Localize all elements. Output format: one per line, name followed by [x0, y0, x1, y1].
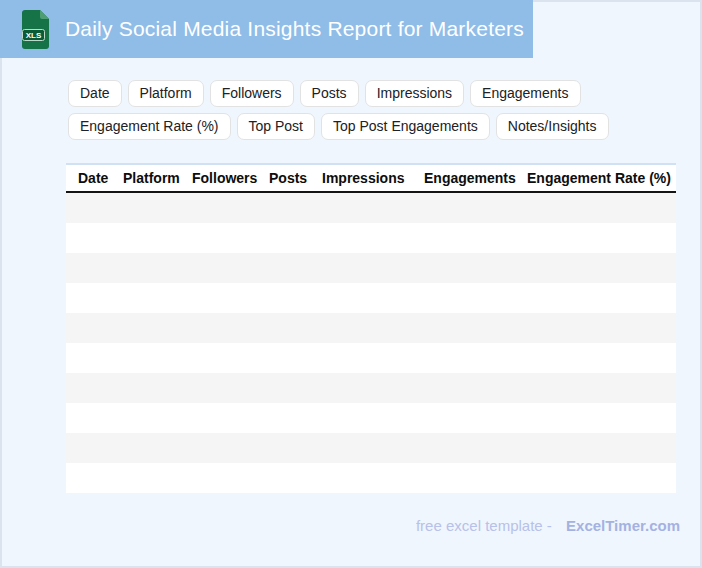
table-row [66, 463, 676, 493]
table-header-cell: Platform [111, 170, 180, 186]
insights-table: DatePlatformFollowersPostsImpressionsEng… [66, 163, 676, 493]
table-header-cell: Engagement Rate (%) [515, 170, 676, 186]
column-chip[interactable]: Followers [210, 80, 294, 107]
table-row [66, 193, 676, 223]
footer-brand-link[interactable]: ExcelTimer.com [566, 517, 680, 534]
column-chip[interactable]: Notes/Insights [496, 113, 609, 140]
table-header-cell: Engagements [412, 170, 515, 186]
footer: free excel template - ExcelTimer.com [416, 517, 680, 534]
table-header-cell: Followers [180, 170, 257, 186]
xls-icon-label: XLS [26, 31, 42, 40]
column-chip[interactable]: Platform [128, 80, 204, 107]
column-chip[interactable]: Top Post [237, 113, 315, 140]
chip-row-1: DatePlatformFollowersPostsImpressionsEng… [68, 80, 609, 107]
table-row [66, 403, 676, 433]
table-row [66, 373, 676, 403]
footer-text: free excel template - [416, 517, 552, 534]
column-chip[interactable]: Top Post Engagements [321, 113, 490, 140]
table-header-cell: Date [66, 170, 111, 186]
column-chips: DatePlatformFollowersPostsImpressionsEng… [68, 80, 609, 140]
column-chip[interactable]: Impressions [365, 80, 464, 107]
table-row [66, 253, 676, 283]
table-row [66, 223, 676, 253]
table-header-cell: Posts [257, 170, 310, 186]
table-row [66, 283, 676, 313]
table-header-row: DatePlatformFollowersPostsImpressionsEng… [66, 163, 676, 193]
table-header-cell: Impressions [310, 170, 412, 186]
table-row [66, 313, 676, 343]
header-band: XLS Daily Social Media Insights Report f… [0, 0, 533, 58]
xls-file-icon: XLS [22, 10, 49, 49]
column-chip[interactable]: Posts [300, 80, 359, 107]
table-body [66, 193, 676, 493]
chip-row-2: Engagement Rate (%)Top PostTop Post Enga… [68, 113, 609, 140]
page-title: Daily Social Media Insights Report for M… [65, 17, 524, 41]
table-row [66, 343, 676, 373]
column-chip[interactable]: Engagements [470, 80, 580, 107]
template-preview-page: XLS Daily Social Media Insights Report f… [0, 0, 702, 568]
table-row [66, 433, 676, 463]
column-chip[interactable]: Date [68, 80, 122, 107]
column-chip[interactable]: Engagement Rate (%) [68, 113, 231, 140]
